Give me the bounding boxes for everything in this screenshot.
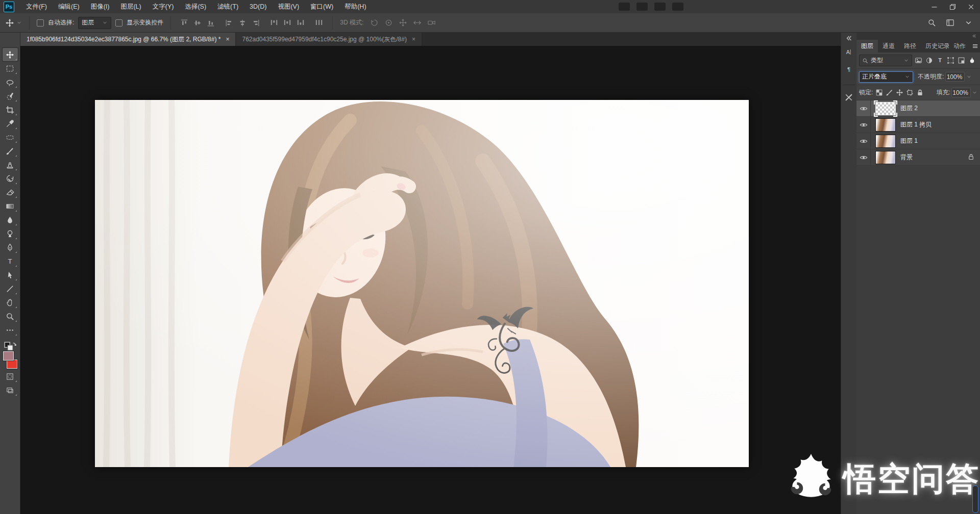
- blur-tool[interactable]: [3, 213, 18, 226]
- align-right-icon[interactable]: [250, 17, 262, 29]
- gradient-tool[interactable]: [3, 199, 18, 213]
- paragraph-panel-icon[interactable]: ¶: [843, 63, 855, 75]
- menu-item-8[interactable]: 视图(V): [272, 0, 305, 13]
- filter-toggle-icon[interactable]: [967, 55, 977, 66]
- layer-visibility-eye-icon[interactable]: [856, 117, 871, 133]
- screen-mode-button[interactable]: [3, 383, 18, 397]
- document-tab-2[interactable]: 762ad0435f599ed47959df4c1c90c25e.jpg @ 1…: [235, 33, 422, 46]
- panel-tab-5[interactable]: 动作: [949, 40, 970, 53]
- layer-row-2[interactable]: 图层 1 拷贝: [856, 117, 980, 133]
- lock-position-icon[interactable]: [894, 88, 904, 98]
- history-brush-tool[interactable]: [3, 172, 18, 185]
- minimize-button[interactable]: [925, 0, 943, 13]
- titlebar-app-icon[interactable]: [672, 3, 683, 11]
- line-tool[interactable]: [3, 282, 18, 295]
- pen-tool[interactable]: [3, 241, 18, 254]
- zoom-tool[interactable]: [3, 310, 18, 323]
- marquee-tool[interactable]: [3, 62, 18, 75]
- show-transform-checkbox[interactable]: [115, 19, 122, 27]
- chevron-down-icon[interactable]: [966, 74, 972, 80]
- collapse-panels-icon[interactable]: [971, 33, 977, 39]
- crop-tool[interactable]: [3, 103, 18, 116]
- layer-visibility-eye-icon[interactable]: [856, 133, 871, 149]
- layer-row-3[interactable]: 图层 1: [856, 133, 980, 149]
- document-tab-1[interactable]: 1f085b906fd124d35034e2ec3877865c.jpg @ 6…: [20, 33, 235, 46]
- menu-item-3[interactable]: 图层(L): [115, 0, 146, 13]
- titlebar-app-icon[interactable]: [654, 3, 666, 11]
- menu-item-5[interactable]: 选择(S): [179, 0, 212, 13]
- titlebar-app-icon[interactable]: [619, 3, 630, 11]
- close-button[interactable]: [962, 0, 980, 13]
- default-swap-colors-icon[interactable]: [4, 341, 17, 349]
- align-v-center-icon[interactable]: [191, 17, 204, 29]
- clone-stamp-tool[interactable]: [3, 158, 18, 171]
- layer-thumbnail[interactable]: [875, 151, 896, 164]
- menu-item-9[interactable]: 窗口(W): [305, 0, 339, 13]
- lock-transparent-icon[interactable]: [874, 88, 884, 98]
- slide-3d-icon[interactable]: [410, 17, 424, 29]
- character-panel-icon[interactable]: A: [843, 46, 855, 58]
- pan-3d-icon[interactable]: [396, 17, 409, 29]
- close-tab-icon[interactable]: ×: [412, 36, 415, 42]
- panel-tab-1[interactable]: 图层: [856, 40, 878, 53]
- quick-selection-tool[interactable]: [3, 89, 18, 102]
- more-tools-tool[interactable]: [3, 323, 18, 337]
- chevron-down-icon[interactable]: [972, 90, 977, 95]
- camera-3d-icon[interactable]: [425, 17, 438, 29]
- auto-select-checkbox[interactable]: [37, 19, 44, 27]
- distribute-v-center-icon[interactable]: [281, 17, 293, 29]
- brush-tool[interactable]: [3, 144, 18, 158]
- opacity-value[interactable]: 100%: [945, 72, 965, 82]
- chevron-down-icon[interactable]: [964, 18, 973, 28]
- menu-item-0[interactable]: 文件(F): [20, 0, 53, 13]
- path-selection-tool[interactable]: [3, 268, 18, 281]
- eyedropper-tool[interactable]: [3, 117, 18, 130]
- blend-mode-dropdown[interactable]: 正片叠底: [859, 71, 913, 83]
- panel-tab-4[interactable]: 历史记录: [921, 40, 949, 53]
- collapse-dock-icon[interactable]: [843, 35, 855, 42]
- panel-tab-3[interactable]: 路径: [899, 40, 921, 53]
- panel-menu-icon[interactable]: [970, 40, 980, 53]
- auto-select-dropdown[interactable]: 图层: [78, 17, 111, 29]
- menu-item-10[interactable]: 帮助(H): [339, 0, 372, 13]
- active-tool-indicator[interactable]: [5, 18, 22, 28]
- titlebar-app-icon[interactable]: [636, 3, 648, 11]
- orbit-3d-icon[interactable]: [368, 17, 381, 29]
- type-tool[interactable]: T: [3, 254, 18, 268]
- align-bottom-icon[interactable]: [205, 17, 217, 29]
- layer-thumbnail[interactable]: [875, 135, 896, 148]
- dodge-tool[interactable]: [3, 227, 18, 240]
- background-color-swatch[interactable]: [7, 359, 17, 369]
- align-top-icon[interactable]: [178, 17, 190, 29]
- menu-item-1[interactable]: 编辑(E): [53, 0, 85, 13]
- close-tab-icon[interactable]: ×: [226, 36, 229, 42]
- menu-item-4[interactable]: 文字(Y): [147, 0, 180, 13]
- distribute-top-icon[interactable]: [268, 17, 280, 29]
- fill-value[interactable]: 100%: [951, 88, 971, 97]
- panel-scrollbar-thumb[interactable]: [972, 485, 978, 513]
- filter-adjust-icon[interactable]: [924, 55, 935, 66]
- foreground-color-swatch[interactable]: [3, 351, 14, 361]
- brush-settings-icon[interactable]: [843, 91, 855, 104]
- distribute-bottom-icon[interactable]: [295, 17, 307, 29]
- search-icon[interactable]: [927, 18, 936, 28]
- filter-shape-icon[interactable]: [945, 55, 956, 66]
- layer-row-4[interactable]: 背景: [856, 149, 980, 166]
- canvas-area[interactable]: [21, 46, 841, 514]
- panel-tab-2[interactable]: 通道: [878, 40, 899, 53]
- layer-visibility-eye-icon[interactable]: [856, 149, 871, 165]
- lock-all-icon[interactable]: [915, 88, 925, 98]
- layer-thumbnail[interactable]: [875, 102, 896, 115]
- align-left-icon[interactable]: [223, 17, 235, 29]
- distribute-spacing-icon[interactable]: [313, 17, 325, 29]
- lock-artboard-icon[interactable]: [904, 88, 915, 98]
- layer-visibility-eye-icon[interactable]: [856, 100, 871, 116]
- align-h-center-icon[interactable]: [236, 17, 249, 29]
- menu-item-2[interactable]: 图像(I): [85, 0, 115, 13]
- menu-item-7[interactable]: 3D(D): [244, 0, 272, 13]
- filter-type-icon[interactable]: T: [935, 55, 945, 66]
- spot-healing-tool[interactable]: [3, 131, 18, 144]
- quick-mask-button[interactable]: [3, 370, 18, 383]
- eraser-tool[interactable]: [3, 186, 18, 199]
- menu-item-6[interactable]: 滤镜(T): [212, 0, 244, 13]
